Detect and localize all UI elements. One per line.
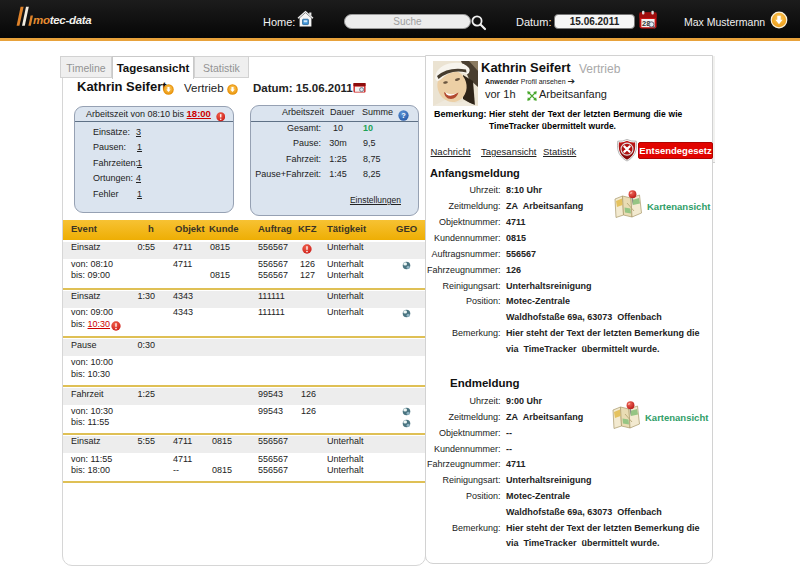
svg-text:?: ? bbox=[401, 111, 406, 120]
